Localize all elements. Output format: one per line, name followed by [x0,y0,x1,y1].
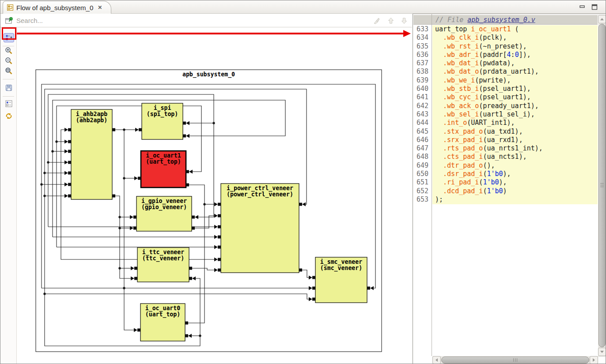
code-line: .srx_pad_i(ua_rxd1), [435,136,598,144]
port [185,322,188,325]
minimize-view-icon[interactable] [577,3,587,11]
filter-options-icon[interactable] [5,100,13,108]
tab-close-icon[interactable]: ✕ [97,4,103,11]
code-line: .dtr_pad_o(), [435,161,598,170]
scroll-up-icon[interactable] [598,15,606,23]
port [68,161,71,164]
block-ttc[interactable]: i_ttc_veneer(ttc_veneer) [137,248,189,282]
block-power[interactable]: i_power_ctrl_veneer(power_ctrl_veneer) [221,184,299,273]
port-arrow-in [64,161,68,165]
annotation-arrow [17,33,404,34]
horizontal-scrollbar-thumb[interactable] [441,356,589,364]
wire [192,268,214,270]
search-input[interactable] [15,15,298,26]
clear-highlight-icon[interactable] [372,16,381,25]
block-uart1[interactable]: i_oc_uart1(uart_top) [141,151,186,188]
port-arrow-in [64,183,68,187]
block-uart0[interactable]: i_oc_uart0(uart_top) [140,304,185,341]
port-arrow-in [64,128,68,132]
wire [115,130,134,330]
annotation-arrow-head [403,30,411,37]
code-line: ); [435,195,598,204]
junction-dot [199,334,201,337]
next-arrow-icon[interactable] [400,16,409,25]
schematic-canvas[interactable]: apb_subsystem_0i_ahb2apb(ahb2apb)i_spi(s… [17,27,412,364]
port-arrow-in [309,286,312,290]
block-spi[interactable]: i_spi(spi_top) [142,103,183,139]
code-line: .wb_sel_i(uart1_sel_i), [435,110,598,119]
port-arrow-in [302,203,306,206]
port [68,183,71,186]
port [218,246,221,249]
port [218,258,221,261]
port [139,128,142,131]
junction-dot [43,195,45,197]
port [186,170,189,173]
search-toolbar [0,14,412,27]
block-gpio[interactable]: i_gpio_veneer(gpio_veneer) [136,196,192,231]
previous-arrow-icon[interactable] [386,16,395,25]
block-module-label: (spi_top) [147,111,178,118]
line-number: 647 [413,144,432,153]
pinned-editor-icon[interactable] [5,16,14,25]
port [133,227,136,230]
code-line: .wb_dat_i(pwdata), [435,59,598,68]
code-line: .rts_pad_o(ua_nrts1_int), [435,144,598,153]
save-icon[interactable] [5,84,13,92]
block-module-label: (uart_top) [146,158,181,165]
code-file-header: // File apb_subsystem_0.v [413,15,598,25]
port [185,334,188,338]
scroll-down-icon[interactable] [598,348,606,356]
vertical-scrollbar-thumb[interactable] [598,24,606,347]
maximize-view-icon[interactable] [590,3,599,11]
line-number: 639 [413,76,432,85]
port [218,225,221,229]
block-ahb2apb[interactable]: i_ahb2apb(ahb2apb) [71,109,112,199]
scroll-left-icon[interactable] [432,356,441,364]
port-arrow-in [188,334,192,338]
code-line: .wb_cyc_i(psel_uart1), [435,93,598,101]
tab-bar: Flow of apb_subsystem_0 ✕ [0,0,606,14]
port [312,287,315,290]
line-number: 653 [413,195,432,204]
zoom-out-icon[interactable] [5,57,13,65]
port-arrow-in [214,258,218,262]
junction-dot [43,172,45,174]
scroll-right-icon[interactable] [590,356,598,364]
line-number: 638 [413,68,432,76]
line-number: 649 [413,161,432,170]
port-arrow-in [214,245,218,249]
junction-dot [118,227,121,229]
block-smc[interactable]: i_smc_veneer(smc_veneer) [315,257,367,303]
junction-dot [40,183,42,185]
line-number: 645 [413,128,432,136]
junction-dot [51,150,53,152]
line-number: 637 [413,59,432,68]
code-line: .dcd_pad_i(1'b0) [435,187,598,195]
block-module-label: (power_ctrl_veneer) [227,191,293,198]
port [367,287,370,290]
port-arrow-in [214,203,218,206]
code-line: .wb_dat_o(prdata_uart1), [435,68,598,76]
file-link[interactable]: apb_subsystem_0.v [467,16,535,24]
separator [3,96,14,97]
port [68,150,71,153]
zoom-in-icon[interactable] [5,47,13,55]
line-number: 642 [413,102,432,110]
line-number: 643 [413,110,432,119]
block-module-label: (gpio_veneer) [141,204,187,211]
port [218,269,221,272]
source-code-panel: // File apb_subsystem_0.v 63363463563663… [413,14,606,364]
port [312,276,315,279]
port [68,195,71,198]
port [134,277,137,280]
code-line: .wb_clk_i(pclk), [435,34,598,42]
code-line: .stx_pad_o(ua_txd1), [435,128,598,136]
line-number: 644 [413,119,432,127]
zoom-fit-icon[interactable] [5,67,13,75]
junction-dot [123,287,125,289]
junction-dot [203,203,205,205]
refresh-icon[interactable] [5,112,13,120]
tab-flow-of-apb-subsystem-0[interactable]: Flow of apb_subsystem_0 ✕ [3,1,111,14]
junction-dot [47,161,49,163]
